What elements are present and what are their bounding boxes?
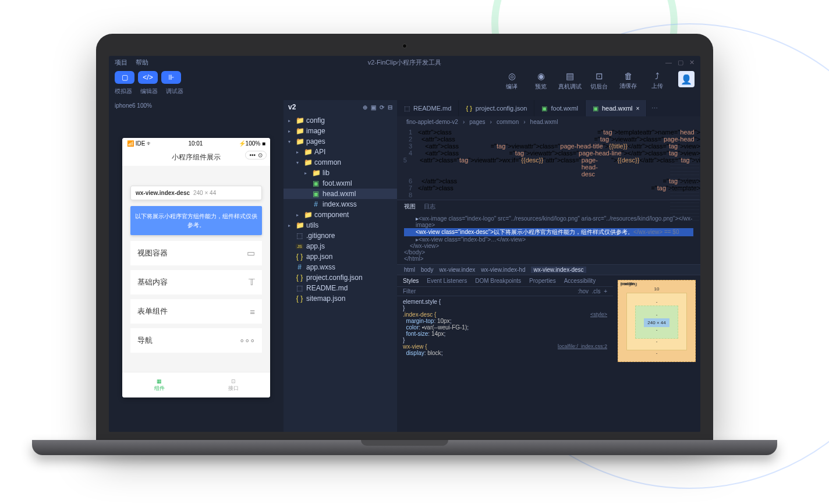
tab-api[interactable]: ⊡接口 — [196, 372, 270, 397]
toolbar: ▢ </> ⊪ 模拟器 编辑器 调试器 ◎编译 ◉预览 ▤真机调试 ⊡切后台 🗑… — [109, 69, 700, 100]
tree-item[interactable]: { }project.config.json — [284, 272, 397, 283]
tree-item[interactable]: ▣head.wxml — [284, 189, 397, 199]
tree-item[interactable]: ▸📁API — [284, 147, 397, 157]
editor-tab[interactable]: { }project.config.json — [459, 100, 534, 116]
cls-toggle[interactable]: .cls — [592, 288, 601, 294]
status-left: 📶 IDE ᯤ — [127, 140, 153, 147]
tree-item[interactable]: ▸📁config — [284, 115, 397, 126]
tree-item[interactable]: ⬚.gitignore — [284, 230, 397, 241]
window-controls: — ▢ ✕ — [665, 59, 695, 66]
dom-tree[interactable]: ▸<wx-image class="index-logo" src="../re… — [397, 213, 700, 264]
editor-tab[interactable]: ⬚README.md — [397, 100, 459, 116]
dom-path-item[interactable]: wx-view.index-hd — [481, 267, 525, 273]
preview-button[interactable]: ◉预览 — [528, 71, 554, 91]
capsule-menu-icon[interactable]: ••• — [249, 152, 256, 158]
phone-frame: 📶 IDE ᯤ 10:01 ⚡100% ■ 小程序组件展示 ••• ⊙ — [122, 138, 270, 397]
tree-item[interactable]: ▾📁pages — [284, 136, 397, 147]
preview-card[interactable]: 基础内容𝕋 — [130, 270, 262, 294]
debugger-label: 调试器 — [166, 87, 183, 95]
editor-label: 编辑器 — [140, 87, 158, 95]
editor-pane: ⬚README.md{ }project.config.json▣foot.wx… — [397, 100, 700, 432]
styles-tab[interactable]: Properties — [529, 278, 556, 284]
tree-item[interactable]: #app.wxss — [284, 262, 397, 272]
styles-tab[interactable]: Styles — [403, 278, 419, 284]
crumb-item[interactable]: head.wxml — [530, 119, 558, 125]
close-icon[interactable]: ✕ — [689, 59, 695, 66]
maximize-icon[interactable]: ▢ — [678, 59, 683, 66]
simulator-button[interactable]: ▢ — [115, 71, 134, 84]
menu-help[interactable]: 帮助 — [136, 58, 148, 67]
tree-header: v2 ⊕ ▣ ⟳ ⊟ — [284, 100, 397, 114]
styles-panel: StylesEvent ListenersDOM BreakpointsProp… — [397, 275, 613, 432]
preview-card[interactable]: 表单组件≡ — [130, 299, 262, 324]
capsule-close-icon[interactable]: ⊙ — [258, 152, 263, 158]
tree-item[interactable]: JSapp.js — [284, 241, 397, 251]
editor-tabs: ⬚README.md{ }project.config.json▣foot.wx… — [397, 100, 700, 116]
tree-item[interactable]: ▸📁utils — [284, 220, 397, 230]
menu-project[interactable]: 项目 — [115, 58, 127, 67]
styles-tab[interactable]: Accessibility — [564, 278, 596, 284]
add-rule-button[interactable]: + — [604, 288, 607, 294]
new-file-icon[interactable]: ⊕ — [363, 104, 367, 111]
devtools-tab-log[interactable]: 日志 — [424, 203, 435, 211]
background-button[interactable]: ⊡切后台 — [586, 71, 612, 91]
editor-button[interactable]: </> — [138, 71, 158, 84]
phone-title: 小程序组件展示 — [172, 153, 221, 161]
tree-item[interactable]: { }sitemap.json — [284, 293, 397, 304]
dom-path-item[interactable]: body — [421, 267, 434, 273]
crumb-item[interactable]: common — [497, 119, 519, 125]
tab-close-icon[interactable]: × — [636, 105, 640, 112]
tree-item[interactable]: ▸📁image — [284, 126, 397, 136]
editor-tab[interactable]: ▣head.wxml× — [586, 100, 647, 116]
dom-path-item[interactable]: wx-view.index — [440, 267, 476, 273]
status-time: 10:01 — [188, 140, 203, 147]
highlighted-element[interactable]: 以下将展示小程序官方组件能力，组件样式仅供参考。 — [130, 206, 262, 235]
code-editor[interactable]: 1<attr">class="tag">template attr">name=… — [397, 127, 700, 200]
avatar[interactable]: 👤 — [678, 71, 695, 87]
preview-body: wx-view.index-desc240 × 44 以下将展示小程序官方组件能… — [122, 166, 270, 372]
preview-card[interactable]: 视图容器▭ — [130, 241, 262, 265]
styles-filter: Filter :hov .cls + — [397, 286, 613, 296]
upload-button[interactable]: ⤴上传 — [644, 71, 670, 90]
tree-item[interactable]: { }app.json — [284, 251, 397, 262]
editor-tab[interactable]: ▣foot.wxml — [534, 100, 585, 116]
tree-item[interactable]: ▾📁common — [284, 157, 397, 168]
tabs-more-icon[interactable]: ⋯ — [647, 100, 663, 116]
styles-tabs: StylesEvent ListenersDOM BreakpointsProp… — [397, 275, 613, 286]
tree-item[interactable]: ⬚README.md — [284, 283, 397, 293]
app-screen: 项目 帮助 — ▢ ✕ ▢ </> ⊪ 模拟器 — [109, 56, 700, 432]
preview-card[interactable]: 导航∘∘∘ — [130, 328, 262, 353]
devtools-top-tabs: 视图 日志 — [397, 200, 700, 213]
tab-components[interactable]: ▦组件 — [122, 372, 196, 397]
crumb-item[interactable]: pages — [469, 119, 485, 125]
dom-path-item[interactable]: html — [404, 267, 415, 273]
dom-path-item[interactable]: wx-view.index-desc — [531, 267, 586, 273]
css-rules[interactable]: element.style { } <style>.index-desc { m… — [397, 296, 613, 432]
hov-toggle[interactable]: :hov — [578, 288, 589, 294]
debugger-button[interactable]: ⊪ — [161, 71, 181, 84]
devtools-tab-view[interactable]: 视图 — [404, 203, 416, 211]
compile-button[interactable]: ◎编译 — [499, 71, 525, 91]
capsule[interactable]: ••• ⊙ — [245, 151, 267, 159]
new-folder-icon[interactable]: ▣ — [371, 104, 376, 111]
tree-item[interactable]: ▸📁lib — [284, 168, 397, 178]
filter-input[interactable]: Filter — [403, 288, 416, 294]
remote-debug-button[interactable]: ▤真机调试 — [557, 71, 583, 91]
tree-item[interactable]: #index.wxss — [284, 199, 397, 210]
breadcrumb: fino-applet-demo-v2›pages›common›head.wx… — [397, 116, 700, 127]
workspace: iphone6 100% 📶 IDE ᯤ 10:01 ⚡100% ■ 小程序组件… — [109, 100, 700, 432]
crumb-item[interactable]: fino-applet-demo-v2 — [406, 119, 458, 125]
devtools: 视图 日志 ▸<wx-image class="index-logo" src=… — [397, 200, 700, 432]
refresh-icon[interactable]: ⟳ — [380, 104, 384, 111]
styles-tab[interactable]: Event Listeners — [427, 278, 467, 284]
tree-item[interactable]: ▣foot.wxml — [284, 178, 397, 189]
laptop-base — [32, 440, 777, 455]
styles-tab[interactable]: DOM Breakpoints — [475, 278, 521, 284]
clear-cache-button[interactable]: 🗑清缓存 — [615, 71, 641, 90]
minimize-icon[interactable]: — — [665, 59, 672, 66]
tree-item[interactable]: ▸📁component — [284, 210, 397, 220]
collapse-icon[interactable]: ⊟ — [388, 104, 392, 111]
minimap[interactable] — [670, 157, 699, 221]
status-battery: ⚡100% ■ — [239, 140, 265, 147]
tree-root-label: v2 — [288, 103, 296, 111]
